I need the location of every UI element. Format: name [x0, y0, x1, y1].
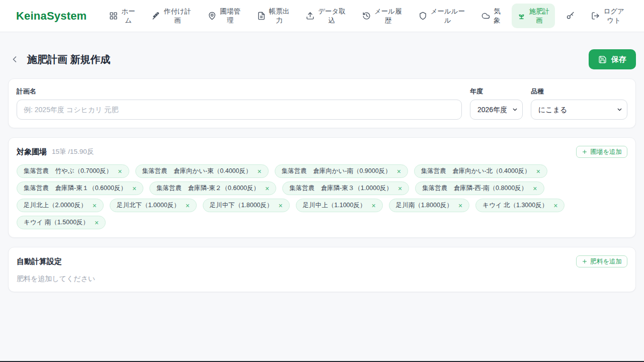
field-tag-label: 集落営農 倉庫隣-西-南（0.8000反） — [422, 184, 527, 193]
field-tag-label: 足川南（1.8000反） — [396, 201, 453, 210]
variety-field: 品種 にこまる — [531, 87, 627, 120]
remove-tag-icon[interactable]: × — [398, 185, 402, 192]
nav-item-weather[interactable]: 気 象 — [476, 4, 506, 28]
grid-icon — [109, 12, 118, 20]
field-tag-label: 足川北下（1.0000反） — [117, 201, 180, 210]
save-button-label: 保存 — [611, 55, 626, 64]
logout-icon — [591, 12, 600, 20]
field-tag: 足川中上（1.1000反）× — [296, 199, 383, 212]
field-tag: キウイ 南（1.5000反）× — [17, 216, 106, 229]
add-fertilizer-button-label: 肥料を追加 — [590, 257, 622, 266]
nav-item-label: データ取 込 — [318, 7, 346, 25]
field-tag: 集落営農 倉庫隣-東１（0.6000反）× — [17, 182, 143, 195]
page-title: 施肥計画 新規作成 — [27, 53, 111, 66]
remove-tag-icon[interactable]: × — [265, 185, 269, 192]
nav-item-cropping-plan[interactable]: 作付け計 画 — [146, 4, 197, 28]
document-icon — [257, 12, 266, 20]
add-field-button[interactable]: 圃場を追加 — [576, 146, 627, 158]
map-pin-icon — [208, 12, 216, 20]
remove-tag-icon[interactable]: × — [95, 219, 99, 226]
page-header: 施肥計画 新規作成 保存 — [8, 49, 636, 69]
nav-item-label: 作付け計 画 — [164, 7, 191, 25]
top-navigation: KeinaSystem ホー ム作付け計 画圃場管 理帳票出 力データ取 込メー… — [0, 0, 644, 32]
field-tag: 集落営農 倉庫隣-東２（0.6000反）× — [149, 182, 276, 195]
field-tag-label: 集落営農 倉庫隣-東３（1.0000反） — [289, 184, 392, 193]
plus-icon — [582, 149, 588, 155]
field-tag-label: キウイ 北（1.3000反） — [482, 201, 548, 210]
year-select[interactable]: 2026年度 — [470, 100, 523, 120]
nav-item-field-management[interactable]: 圃場管 理 — [202, 4, 246, 28]
sprout-icon — [517, 12, 526, 20]
remove-tag-icon[interactable]: × — [118, 168, 122, 175]
variety-select[interactable]: にこまる — [531, 100, 627, 120]
field-tag-label: 集落営農 倉庫向かい-北（0.4000反） — [421, 167, 531, 175]
add-fertilizer-button[interactable]: 肥料を追加 — [576, 255, 627, 267]
remove-tag-icon[interactable]: × — [258, 168, 262, 175]
nav-item-label: 施肥計 画 — [529, 7, 550, 25]
field-tag: キウイ 北（1.3000反）× — [475, 199, 565, 212]
field-tag-label: 集落営農 倉庫隣-東１（0.6000反） — [24, 184, 127, 193]
field-tag-label: キウイ 南（1.5000反） — [24, 218, 89, 227]
year-label: 年度 — [470, 87, 523, 96]
remove-tag-icon[interactable]: × — [93, 202, 97, 209]
nav-item-home[interactable]: ホー ム — [104, 4, 140, 28]
nav-item-mail-history[interactable]: メール履 歴 — [357, 4, 408, 28]
field-tag-label: 足川中下（1.8000反） — [210, 201, 273, 210]
history-icon — [362, 12, 371, 20]
nav-item-label: ホー ム — [121, 7, 135, 25]
app-logo[interactable]: KeinaSystem — [16, 10, 87, 23]
field-tag-label: 集落営農 倉庫隣-東２（0.6000反） — [156, 184, 260, 193]
nav-item-report-output[interactable]: 帳票出 力 — [252, 4, 295, 28]
back-button[interactable] — [8, 53, 21, 66]
year-field: 年度 2026年度 — [470, 87, 523, 120]
auto-calc-title: 自動計算設定 — [17, 257, 62, 266]
target-fields-card: 対象圃場 15筆 /15.90反 圃場を追加 集落営農 竹やぶ（0.7000反）… — [8, 137, 636, 238]
nav-item-key[interactable] — [560, 8, 580, 24]
remove-tag-icon[interactable]: × — [372, 202, 376, 209]
nav-item-data-import[interactable]: データ取 込 — [300, 4, 351, 28]
field-tag: 足川中下（1.8000反）× — [203, 199, 290, 212]
nav-item-label: ログア ウト — [603, 7, 624, 25]
save-icon — [598, 55, 607, 64]
remove-tag-icon[interactable]: × — [186, 202, 190, 209]
nav-item-label: 圃場管 理 — [220, 7, 240, 25]
remove-tag-icon[interactable]: × — [279, 202, 283, 209]
field-tag-list: 集落営農 竹やぶ（0.7000反）×集落営農 倉庫向かい-東（0.4000反）×… — [17, 164, 627, 229]
plan-name-field: 計画名 — [17, 87, 462, 120]
remove-tag-icon[interactable]: × — [536, 168, 540, 175]
remove-tag-icon[interactable]: × — [132, 185, 136, 192]
key-icon — [566, 12, 575, 20]
add-field-button-label: 圃場を追加 — [590, 148, 622, 156]
nav-item-label: メールルー ル — [431, 7, 465, 25]
remove-tag-icon[interactable]: × — [533, 185, 537, 192]
field-tag-label: 集落営農 倉庫向かい-南（0.9000反） — [282, 167, 391, 175]
field-tag: 集落営農 倉庫隣-東３（1.0000反）× — [282, 182, 409, 195]
remove-tag-icon[interactable]: × — [553, 202, 557, 209]
field-tag: 足川北上（2.0000反）× — [17, 199, 104, 212]
save-button[interactable]: 保存 — [589, 49, 636, 69]
fields-count-summary: 15筆 /15.90反 — [52, 147, 94, 156]
field-tag-label: 足川中上（1.1000反） — [303, 201, 366, 210]
nav-item-label: 気 象 — [494, 7, 501, 25]
field-tag: 集落営農 倉庫向かい-東（0.4000反）× — [135, 164, 269, 178]
nav-item-label: 帳票出 力 — [269, 7, 290, 25]
remove-tag-icon[interactable]: × — [458, 202, 462, 209]
remove-tag-icon[interactable]: × — [397, 168, 401, 175]
plus-icon — [582, 258, 588, 264]
plan-info-card: 計画名 年度 2026年度 品種 にこまる — [8, 78, 636, 128]
wheat-icon — [152, 12, 160, 20]
nav-item-mail-rules[interactable]: メールルー ル — [413, 4, 470, 28]
plan-name-label: 計画名 — [17, 87, 462, 96]
field-tag: 集落営農 倉庫向かい-北（0.4000反）× — [414, 164, 547, 178]
nav-item-logout[interactable]: ログア ウト — [586, 4, 629, 28]
chevron-left-icon — [10, 54, 20, 64]
field-tag-label: 集落営農 竹やぶ（0.7000反） — [24, 167, 112, 175]
field-tag: 足川南（1.8000反）× — [389, 199, 469, 212]
field-tag-label: 集落営農 倉庫向かい-東（0.4000反） — [142, 167, 252, 175]
plan-name-input[interactable] — [17, 100, 462, 120]
upload-icon — [306, 12, 314, 20]
field-tag: 集落営農 竹やぶ（0.7000反）× — [17, 164, 129, 178]
shield-icon — [419, 12, 427, 20]
field-tag-label: 足川北上（2.0000反） — [24, 201, 87, 210]
nav-item-fertilization-plan[interactable]: 施肥計 画 — [512, 4, 555, 28]
